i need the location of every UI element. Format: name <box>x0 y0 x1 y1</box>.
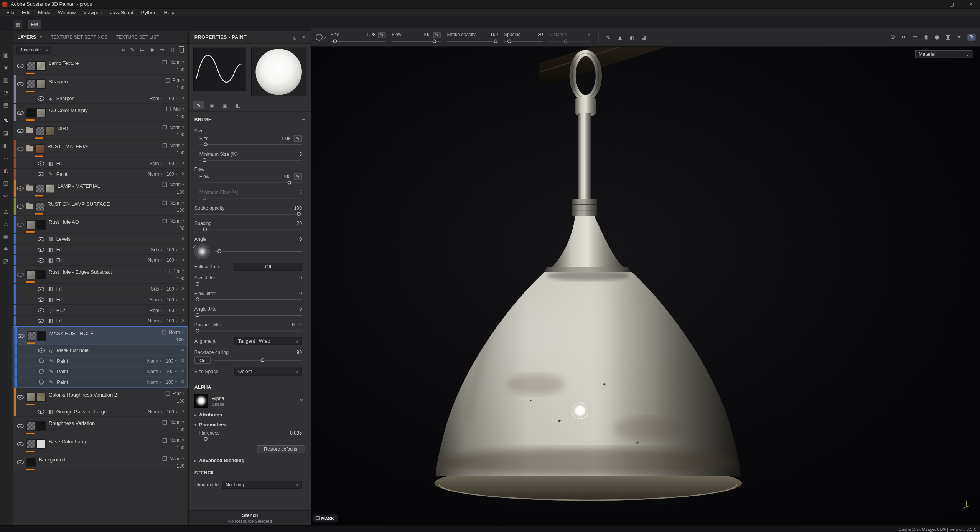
menu-mode[interactable]: Mode <box>34 10 54 15</box>
layer-row-fill[interactable]: ◧FillScrn∨100∨✕ <box>13 294 188 305</box>
layer-options-icon[interactable] <box>163 420 167 424</box>
layer-opacity-value[interactable]: 100 <box>177 445 184 451</box>
toolbar-param-flow[interactable]: Flow100✎ <box>392 31 440 44</box>
layer-visibility-toggle[interactable] <box>17 459 24 465</box>
history-icon[interactable]: ◔ <box>0 88 12 97</box>
layer-opacity-value[interactable]: 100 <box>177 427 184 433</box>
layer-visibility-toggle[interactable] <box>38 317 44 324</box>
channel-filter-dropdown[interactable]: Base color ∨ <box>16 46 51 54</box>
blend-mode-dropdown[interactable]: Norm∨ <box>170 455 184 461</box>
eraser-tool[interactable]: ◪ <box>0 128 12 138</box>
layer-opacity-value[interactable]: 100 <box>177 85 184 91</box>
layer-visibility-toggle[interactable] <box>17 127 24 134</box>
mask-channel-badge[interactable]: MASK <box>313 514 338 522</box>
layer-options-icon[interactable] <box>163 60 167 64</box>
layer-opacity-value[interactable]: 100 <box>177 398 184 404</box>
add-fill-layer-icon[interactable]: ▤ <box>140 47 145 53</box>
layer-options-icon[interactable] <box>163 200 167 205</box>
tab-grayscale[interactable]: ◧ <box>232 101 244 109</box>
layer-row-dirt[interactable]: DIRTNorm∨100 <box>13 122 188 140</box>
randomize-icon[interactable]: ⚂ <box>298 322 302 328</box>
layer-row-rust-material[interactable]: RUST - MATERIALNorm∨100 <box>13 140 188 158</box>
blend-mode-dropdown[interactable]: Norm∨ <box>147 368 162 374</box>
position-jitter-slider[interactable] <box>194 328 302 334</box>
layer-visibility-toggle[interactable] <box>38 95 44 101</box>
mirror-icon[interactable]: ◐ <box>629 34 634 40</box>
effect-opacity-dropdown[interactable]: 100∨ <box>166 257 178 263</box>
pressure-toggle-icon[interactable]: ✎ <box>378 31 385 38</box>
blend-mode-dropdown[interactable]: Scrn∨ <box>150 297 163 302</box>
layer-row-mask-rust-hole[interactable]: MASK RUST HOLENorm∨100 <box>13 327 187 345</box>
layer-thumbnails[interactable] <box>26 220 46 229</box>
blend-mode-dropdown[interactable]: Norm∨ <box>170 142 184 148</box>
stroke-opacity-slider[interactable] <box>194 211 302 217</box>
workspace-em-tab[interactable]: EM <box>28 20 41 29</box>
stroke-preview[interactable] <box>193 48 246 91</box>
log-panel-icon[interactable]: ▤ <box>0 100 12 110</box>
layer-visibility-toggle[interactable] <box>38 171 44 177</box>
layer-visibility-toggle[interactable] <box>38 307 44 313</box>
effect-opacity-dropdown[interactable]: 100∨ <box>166 171 178 177</box>
remove-effect-icon[interactable]: ✕ <box>181 236 185 241</box>
blend-mode-dropdown[interactable]: Norm∨ <box>170 419 184 425</box>
maximize-button[interactable]: ▢ <box>942 0 961 8</box>
flow-slider[interactable] <box>199 180 302 186</box>
angle-dial[interactable] <box>194 244 210 259</box>
follow-path-button[interactable]: Off <box>234 263 302 271</box>
layer-row-roughness-variation[interactable]: Roughness VariationNorm∨100 <box>13 417 188 435</box>
layer-thumbnails[interactable] <box>27 331 46 340</box>
attributes-collapser[interactable]: ▸ Attributes <box>194 412 306 418</box>
angle-slider[interactable] <box>215 249 302 254</box>
blend-mode-dropdown[interactable]: Norm∨ <box>170 200 184 205</box>
layer-row-mask-rust-hole[interactable]: ◎Mask rust hole✕ <box>13 345 187 356</box>
blend-mode-dropdown[interactable]: Norm∨ <box>170 218 184 224</box>
effect-opacity-dropdown[interactable]: 100∨ <box>166 95 178 101</box>
effect-opacity-dropdown[interactable]: 100∨ <box>166 247 178 253</box>
stencil-resource-box[interactable]: Stencil No Resource Selected <box>189 510 311 525</box>
layer-visibility-toggle[interactable] <box>38 236 44 242</box>
pause-engine-icon[interactable]: ▮▮ <box>901 36 906 39</box>
snap-grid-icon[interactable]: ▦ <box>642 34 647 40</box>
shaded-sphere-icon[interactable]: ● <box>935 35 939 40</box>
size-space-dropdown[interactable]: Object ∨ <box>234 368 302 376</box>
layer-thumbnails[interactable] <box>35 202 44 211</box>
layer-row-rust-hole-ao[interactable]: Rust Hole AONorm∨100 <box>13 216 188 234</box>
param-slider[interactable] <box>330 38 385 43</box>
layer-thumbnails[interactable] <box>26 457 35 466</box>
layer-thumbnails[interactable] <box>35 144 44 153</box>
angle-jitter-slider[interactable] <box>194 312 302 318</box>
size-pressure-toggle[interactable]: ✎ <box>294 135 302 142</box>
layer-visibility-toggle[interactable] <box>38 286 44 292</box>
layer-row-base-color-lamp[interactable]: Base Color LampNorm∨100 <box>13 435 188 453</box>
layer-visibility-toggle[interactable] <box>38 296 44 302</box>
blend-mode-dropdown[interactable]: Repl∨ <box>150 307 163 313</box>
tiling-mode-dropdown[interactable]: No Tiling ∨ <box>222 481 302 489</box>
navigation-gizmo[interactable] <box>962 499 971 509</box>
clone-tool[interactable]: ◫ <box>0 178 12 188</box>
tab-texture-set-list[interactable]: TEXTURE SET LIST <box>116 35 159 40</box>
effect-opacity-dropdown[interactable]: 100∨ <box>166 368 177 374</box>
layer-visibility-toggle[interactable] <box>17 185 24 191</box>
layer-visibility-toggle[interactable] <box>38 379 45 385</box>
minimum-size-slider[interactable] <box>199 157 302 163</box>
alpha-resource[interactable]: Alpha Shape ✕ <box>194 394 306 408</box>
layer-row-paint[interactable]: ✎PaintNorm∨100∨✕ <box>13 356 187 367</box>
blend-mode-dropdown[interactable]: Mul∨ <box>173 106 184 112</box>
layer-thumbnails[interactable] <box>26 270 46 279</box>
menu-file[interactable]: File <box>3 10 18 15</box>
environment-sphere-icon[interactable]: ◉ <box>924 35 928 40</box>
flow-pressure-toggle[interactable]: ✎ <box>294 173 302 180</box>
layer-visibility-toggle[interactable] <box>17 394 24 400</box>
layer-visibility-toggle[interactable] <box>38 257 44 263</box>
param-slider[interactable] <box>504 38 543 43</box>
layer-row-fill[interactable]: ◧FillSub∨100∨✕ <box>13 245 188 255</box>
parameters-collapser[interactable]: ▾ Parameters <box>194 422 306 428</box>
layer-thumbnails[interactable] <box>35 126 54 135</box>
paint-tool[interactable]: ✎ <box>0 116 12 126</box>
layer-row-paint[interactable]: ✎PaintNorm∨100∨✕ <box>13 169 188 180</box>
remove-effect-icon[interactable]: ✕ <box>181 171 185 176</box>
add-smart-material-icon[interactable]: ◉ <box>150 47 154 53</box>
menu-window[interactable]: Window <box>54 10 79 15</box>
effect-opacity-dropdown[interactable]: 100∨ <box>166 358 177 363</box>
backface-toggle[interactable]: On <box>194 356 211 364</box>
